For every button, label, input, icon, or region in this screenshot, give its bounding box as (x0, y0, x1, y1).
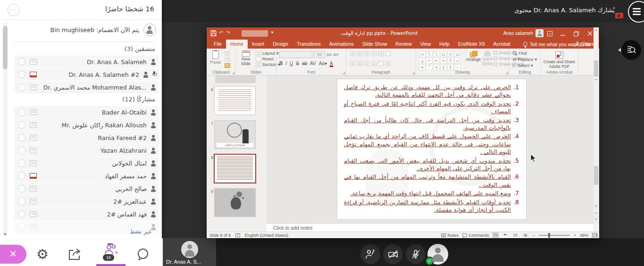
presenter-video-tile[interactable]: Dr. Anas A. S... (163, 238, 216, 266)
font-size-input[interactable]: 50 (314, 51, 325, 58)
select-button[interactable]: ▷Select ▾ (513, 63, 537, 68)
replace-button[interactable]: ⇄Replace ▾ (513, 57, 537, 62)
convert-smartart-button[interactable] (385, 61, 391, 66)
settings-button[interactable]: ⚙ (34, 246, 51, 263)
panel-scrollbar-thumb[interactable] (3, 26, 8, 69)
zoom-slider[interactable] (539, 235, 570, 236)
tab-design[interactable]: Design (268, 40, 293, 49)
shape-icon[interactable]: △ (419, 58, 426, 64)
decrease-indent-button[interactable] (364, 51, 369, 56)
attendee-options-button[interactable]: ··· (18, 121, 25, 129)
underline-button[interactable]: U (290, 61, 293, 66)
zoom-level-button[interactable]: 48% (580, 233, 588, 238)
tab-insert[interactable]: Insert (248, 40, 268, 49)
copy-button[interactable] (225, 57, 230, 62)
language-indicator[interactable]: English (United States) (245, 233, 288, 238)
notes-toggle-button[interactable]: Notes (441, 233, 459, 238)
text-direction-button[interactable] (385, 51, 391, 56)
minimize-button[interactable] (556, 27, 570, 40)
strikethrough-button[interactable]: S (296, 61, 299, 66)
camera-off-button[interactable] (383, 244, 403, 264)
tab-animations[interactable]: Animations (325, 40, 358, 49)
attendee-row[interactable]: ···فهد الغماس #2 (14, 208, 159, 220)
slide-canvas[interactable]: 1.الحرص على ترك وقت بين كل مهمة، وذلك عن… (337, 79, 526, 219)
tab-endnote-x9[interactable]: EndNote X9 (454, 40, 489, 49)
tab-slide-show[interactable]: Slide Show (358, 40, 392, 49)
spellcheck-icon[interactable] (235, 233, 240, 237)
attendee-row[interactable]: ···عبدالعزيز #2 (14, 195, 159, 208)
shape-icon[interactable]: ⇩ (447, 58, 454, 64)
scroll-up-icon[interactable]: ▲ (594, 76, 599, 82)
attendees-options-button[interactable]: ··· (8, 4, 20, 16)
attendee-row[interactable]: ···Bader Al-Otaibi (14, 106, 159, 118)
shadow-button[interactable]: ab (302, 61, 307, 66)
attendee-options-button[interactable]: ··· (18, 108, 25, 116)
arrange-button[interactable]: Arrange (465, 51, 481, 62)
tab-acrobat[interactable]: Acrobat (489, 40, 515, 49)
redo-icon[interactable]: ↷ (226, 30, 230, 36)
tab-transitions[interactable]: Transitions (293, 40, 325, 49)
italic-button[interactable]: I (285, 61, 287, 66)
shape-icon[interactable]: ⇨ (440, 58, 447, 64)
grow-font-button[interactable]: A˄ (326, 52, 332, 57)
format-painter-button[interactable] (225, 63, 230, 68)
my-status-avatar[interactable]: ✓ (427, 244, 448, 265)
numbering-button[interactable] (357, 51, 362, 56)
slide-thumbnail-8[interactable] (215, 155, 255, 183)
align-center-button[interactable] (357, 61, 362, 66)
reading-view-button[interactable] (512, 233, 519, 238)
create-pdf-button[interactable]: Create and Share Adobe PDF (541, 59, 578, 69)
increase-indent-button[interactable] (371, 51, 376, 56)
slide-scrollbar[interactable]: ▲ ▼ ▲ ▼ (594, 76, 599, 222)
paste-button[interactable]: Paste (209, 50, 222, 65)
attendee-row[interactable]: ···امثال الخولاني (14, 157, 159, 169)
slideshow-view-button[interactable] (522, 233, 528, 238)
attendee-row[interactable]: ···Dr. Anas A. Salameh #2 (14, 68, 159, 81)
find-button[interactable]: Find (513, 51, 537, 56)
columns-button[interactable] (378, 61, 384, 66)
tab-review[interactable]: Review (391, 40, 416, 49)
align-left-button[interactable] (350, 61, 355, 66)
slide-thumbnail-9[interactable] (215, 189, 255, 216)
close-panel-button[interactable]: ✕ (0, 245, 26, 264)
ppt-share-button[interactable]: Share (575, 41, 594, 47)
tab-file[interactable]: File (209, 40, 226, 49)
attendee-options-button[interactable]: ··· (18, 58, 25, 66)
shape-icon[interactable]: ╲ (433, 51, 440, 57)
previous-slide-button[interactable]: ▲ (594, 210, 599, 216)
attendee-row[interactable]: ···حمد مسفر الفهاد (14, 170, 159, 182)
share-content-button[interactable] (67, 248, 82, 261)
align-right-button[interactable] (364, 61, 369, 66)
font-color-button[interactable]: A (330, 61, 333, 67)
attendee-options-button[interactable]: ··· (18, 172, 25, 180)
tab-view[interactable]: View (416, 40, 435, 49)
view-controls-button[interactable] (621, 40, 641, 60)
font-name-input[interactable] (279, 51, 312, 58)
change-case-button[interactable]: Aa▾ (319, 61, 327, 66)
slide-thumbnail-6[interactable] (215, 87, 255, 115)
slide-sorter-view-button[interactable] (502, 233, 509, 238)
attendee-row[interactable]: ···Yazan Alzahrani (14, 144, 159, 157)
shape-icon[interactable]: □ (440, 51, 447, 57)
attendee-options-button[interactable]: ··· (18, 185, 25, 192)
attendee-row[interactable]: ···Dr. Anas A. Salameh (14, 56, 159, 68)
restore-button[interactable] (569, 27, 583, 40)
attendee-row[interactable]: ···صالح الحربي (14, 183, 159, 195)
shrink-font-button[interactable]: A˅ (333, 52, 338, 57)
undo-icon[interactable]: ↶ (219, 30, 223, 36)
notes-placeholder[interactable]: Click to add notes (273, 225, 312, 231)
attendee-options-button[interactable]: ··· (18, 159, 25, 167)
thumb-scroll-up-icon[interactable]: ▲ (594, 27, 599, 33)
shape-icon[interactable]: ⌐ (433, 58, 440, 64)
slide-thumbnail-7[interactable]: نصائح لإدارة الوقت (215, 121, 255, 149)
attendee-options-button[interactable]: ··· (18, 71, 25, 78)
new-slide-button[interactable]: New Slide (238, 50, 254, 66)
raise-hand-button[interactable] (360, 244, 380, 264)
attendees-panel-button[interactable]: ▬ 16 (96, 239, 125, 266)
shape-icon[interactable]: □ (454, 51, 461, 57)
justify-button[interactable] (371, 61, 376, 66)
ppt-titlebar[interactable]: ↶ ↷ ادارة الوقت pp.pptx - PowerPoint Ana… (207, 27, 599, 40)
quick-access-dropdown-icon[interactable] (271, 32, 274, 33)
shape-icon[interactable]: ⌐ (426, 58, 433, 64)
panel-scroll-down-icon[interactable]: ▼ (2, 232, 8, 237)
